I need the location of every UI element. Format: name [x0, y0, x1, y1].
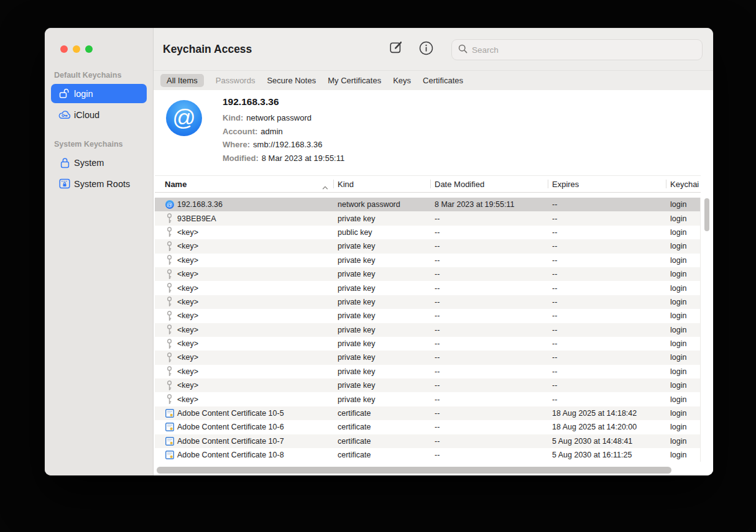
key-icon [165, 366, 174, 377]
tab-passwords[interactable]: Passwords [216, 76, 256, 85]
sidebar-item-system-roots[interactable]: System Roots [51, 174, 147, 193]
new-item-button[interactable] [388, 40, 404, 57]
close-window-button[interactable] [60, 45, 68, 53]
search-input[interactable] [472, 45, 696, 55]
row-kind: private key [334, 214, 431, 223]
row-name: <key> [177, 270, 198, 278]
table-row[interactable]: <key>private key----login [155, 281, 700, 295]
table-row[interactable]: Adobe Content Certificate 10-5certificat… [155, 406, 700, 420]
row-name: 93BEB9EA [177, 214, 216, 223]
horizontal-scrollbar[interactable] [157, 467, 671, 474]
row-name: <key> [177, 284, 198, 293]
row-kind: certificate [334, 437, 431, 446]
row-keychain: login [666, 367, 700, 376]
row-kind: private key [334, 395, 431, 404]
table-row[interactable]: <key>private key----login [155, 378, 700, 392]
safe-icon [57, 178, 73, 189]
row-name: <key> [177, 367, 198, 376]
row-name: Adobe Content Certificate 10-8 [177, 451, 284, 459]
row-expires: -- [548, 298, 666, 306]
table-row[interactable]: <key>private key----login [155, 239, 700, 253]
row-keychain: login [666, 256, 700, 265]
row-keychain: login [666, 200, 700, 209]
row-kind: public key [334, 228, 431, 237]
tab-all-items[interactable]: All Items [160, 74, 204, 87]
row-keychain: login [666, 214, 700, 223]
column-header-expires[interactable]: Expires [548, 176, 666, 192]
detail-field-label: Account: [223, 127, 257, 136]
row-expires: -- [548, 256, 666, 265]
key-icon [165, 324, 174, 335]
table-row[interactable]: <key>private key----login [155, 323, 700, 337]
table-header: Name Kind Date Modified Expires Keychai [155, 175, 701, 193]
row-expires: -- [548, 200, 666, 209]
sidebar-section-header: Default Keychains [54, 71, 153, 80]
table-row[interactable]: <key>private key----login [155, 337, 700, 351]
get-info-button[interactable] [418, 41, 434, 57]
column-header-date-modified[interactable]: Date Modified [431, 176, 548, 192]
sidebar-item-icloud[interactable]: iCloud [51, 105, 147, 124]
detail-field: Where:smb://192.168.3.36 [223, 138, 344, 152]
table-row[interactable]: <key>private key----login [155, 365, 700, 378]
row-expires: -- [548, 228, 666, 237]
key-icon [165, 227, 174, 237]
table-row[interactable]: 93BEB9EAprivate key----login [155, 211, 700, 225]
row-name: Adobe Content Certificate 10-7 [177, 437, 284, 446]
sidebar-item-system[interactable]: System [51, 153, 147, 172]
minimize-window-button[interactable] [73, 45, 80, 53]
column-header-kind[interactable]: Kind [334, 176, 431, 192]
table-row[interactable]: <key>private key----login [155, 295, 700, 309]
sidebar-item-login[interactable]: login [51, 84, 147, 103]
row-expires: 5 Aug 2030 at 14:48:41 [548, 437, 666, 446]
table-row[interactable]: Adobe Content Certificate 10-8certificat… [155, 448, 700, 462]
table-row[interactable]: Adobe Content Certificate 10-6certificat… [155, 420, 700, 434]
row-kind: private key [334, 367, 431, 376]
table-row[interactable]: @192.168.3.36network password8 Mar 2023 … [155, 198, 700, 211]
key-icon [165, 283, 174, 293]
table-row[interactable]: <key>private key----login [155, 392, 700, 406]
row-expires: -- [548, 353, 666, 362]
tab-secure-notes[interactable]: Secure Notes [267, 76, 316, 85]
tab-keys[interactable]: Keys [393, 76, 411, 85]
tab-certificates[interactable]: Certificates [423, 76, 463, 85]
detail-field: Kind:network password [223, 111, 344, 125]
row-expires: 5 Aug 2030 at 16:11:25 [548, 451, 666, 459]
column-header-name[interactable]: Name [155, 176, 334, 192]
row-expires: -- [548, 214, 666, 223]
table-row[interactable]: <key>private key----login [155, 267, 700, 281]
row-kind: private key [334, 311, 431, 320]
row-name: <key> [177, 326, 198, 334]
search-field[interactable] [451, 39, 703, 60]
table-row[interactable]: <key>public key----login [155, 226, 700, 239]
column-header-keychain[interactable]: Keychai [666, 176, 701, 192]
row-expires: -- [548, 381, 666, 390]
row-date-modified: -- [431, 311, 548, 320]
row-kind: private key [334, 256, 431, 265]
row-expires: -- [548, 270, 666, 278]
row-date-modified: -- [431, 381, 548, 390]
table-row[interactable]: <key>private key----login [155, 309, 700, 323]
row-name: <key> [177, 228, 198, 237]
row-kind: certificate [334, 451, 431, 459]
row-kind: private key [334, 353, 431, 362]
vertical-scrollbar[interactable] [704, 198, 709, 231]
row-date-modified: -- [431, 409, 548, 418]
sidebar-section-header: System Keychains [54, 140, 153, 149]
row-kind: private key [334, 242, 431, 250]
row-expires: -- [548, 311, 666, 320]
keychain-access-window: Default KeychainsloginiCloudSystem Keych… [45, 28, 713, 475]
table-row[interactable]: Adobe Content Certificate 10-7certificat… [155, 434, 700, 448]
row-keychain: login [666, 409, 700, 418]
tab-my-certificates[interactable]: My Certificates [328, 76, 381, 85]
row-date-modified: -- [431, 367, 548, 376]
window-controls [60, 45, 93, 53]
key-icon [165, 241, 174, 252]
zoom-window-button[interactable] [85, 45, 93, 53]
row-name: 192.168.3.36 [177, 200, 223, 209]
table-row[interactable]: <key>private key----login [155, 254, 700, 267]
row-name: <key> [177, 395, 198, 404]
sidebar-item-label: iCloud [74, 110, 99, 120]
detail-field-value: network password [246, 113, 311, 122]
row-date-modified: -- [431, 298, 548, 306]
table-row[interactable]: <key>private key----login [155, 351, 700, 364]
